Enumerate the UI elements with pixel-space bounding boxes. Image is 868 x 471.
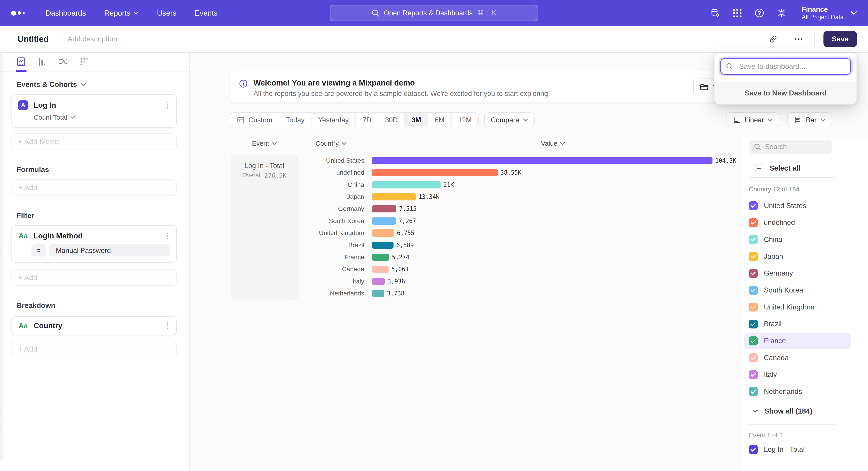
legend-country-canada[interactable]: Canada [744, 349, 850, 366]
breakdown-property-name[interactable]: Country [34, 321, 62, 330]
show-all-button[interactable]: Show all (184) [749, 403, 868, 419]
bar-row[interactable]: 13.34K [364, 191, 742, 203]
nav-item-events[interactable]: Events [195, 9, 217, 18]
bar-france[interactable] [372, 254, 389, 261]
legend-country-netherlands[interactable]: Netherlands [744, 383, 850, 400]
checkbox-checked[interactable] [749, 201, 758, 210]
legend-country-germany[interactable]: Germany [744, 265, 850, 282]
chart-type-button[interactable]: Bar [787, 112, 832, 127]
checkbox-checked[interactable] [749, 370, 758, 379]
nav-item-dashboards[interactable]: Dashboards [46, 9, 86, 18]
checkbox-checked[interactable] [749, 252, 758, 261]
filter-operator[interactable]: = [31, 244, 46, 257]
range-custom[interactable]: Custom [230, 113, 279, 127]
bar-canada[interactable] [372, 266, 389, 273]
bar-netherlands[interactable] [372, 290, 384, 297]
bar-row[interactable]: 5,061 [364, 263, 742, 275]
metric-card-log-in[interactable]: A Log In Count Total [11, 94, 177, 128]
checkbox-checked[interactable] [749, 269, 758, 278]
checkbox-checked[interactable] [749, 286, 758, 295]
checkbox-checked[interactable] [749, 303, 758, 312]
column-header-value[interactable]: Value [364, 137, 742, 154]
kebab-menu-icon[interactable] [166, 321, 169, 330]
metric-name[interactable]: Log In [34, 101, 56, 110]
range-6m[interactable]: 6M [428, 113, 452, 127]
bar-row[interactable]: 7,515 [364, 203, 742, 215]
bar-united-states[interactable] [372, 157, 712, 164]
bar-row[interactable]: 3,936 [364, 275, 742, 287]
add-metric-button[interactable]: + Add Metric [11, 133, 177, 150]
bar-south-korea[interactable] [372, 217, 396, 225]
report-title[interactable]: Untitled [18, 34, 49, 44]
bar-row[interactable]: 5,274 [364, 251, 742, 263]
checkbox-checked[interactable] [749, 320, 758, 328]
kebab-menu-icon[interactable] [166, 231, 169, 240]
more-options-icon[interactable] [792, 32, 805, 46]
breakdown-card-country[interactable]: Aa Country [11, 316, 177, 335]
bar-japan[interactable] [372, 193, 416, 200]
project-switcher[interactable]: Finance All Project Data [802, 5, 857, 21]
data-management-icon[interactable] [710, 8, 720, 18]
settings-gear-icon[interactable] [776, 8, 787, 18]
nav-item-reports[interactable]: Reports [104, 9, 138, 18]
compare-button[interactable]: Compare [484, 112, 535, 127]
legend-country-france[interactable]: France [744, 332, 850, 350]
tab-funnels[interactable] [37, 56, 48, 67]
range-today[interactable]: Today [279, 113, 311, 127]
save-button[interactable]: Save [824, 31, 857, 47]
bar-china[interactable] [372, 181, 441, 188]
bar-row[interactable]: 6,755 [364, 227, 742, 239]
bar-row[interactable]: 104.3K [364, 154, 742, 167]
filter-property-name[interactable]: Login Method [34, 232, 83, 240]
add-description[interactable]: + Add description... [62, 35, 123, 43]
filter-card-login-method[interactable]: Aa Login Method = Manual Password [11, 225, 177, 262]
apps-grid-icon[interactable] [732, 8, 743, 18]
tab-flows[interactable] [58, 56, 69, 67]
legend-country-united-kingdom[interactable]: United Kingdom [744, 299, 850, 316]
legend-country-south-korea[interactable]: South Korea [744, 282, 850, 299]
legend-country-undefined[interactable]: undefined [744, 214, 850, 231]
mixpanel-logo[interactable] [11, 11, 25, 16]
range-3m[interactable]: 3M [405, 113, 428, 127]
select-all-toggle[interactable]: Select all [749, 164, 868, 172]
scale-selector-button[interactable]: Linear [726, 112, 779, 127]
bar-united-kingdom[interactable] [372, 229, 394, 237]
legend-country-brazil[interactable]: Brazil [744, 316, 850, 332]
column-header-event[interactable]: Event [231, 137, 298, 154]
bar-row[interactable]: 3,738 [364, 287, 742, 299]
legend-country-italy[interactable]: Italy [744, 366, 850, 383]
kebab-menu-icon[interactable] [166, 101, 169, 110]
event-series-cell[interactable]: Log In - TotalOverall276.5K [231, 154, 298, 299]
checkbox-checked[interactable] [749, 353, 758, 362]
range-12m[interactable]: 12M [452, 113, 478, 127]
bar-row[interactable]: 38.55K [364, 167, 742, 179]
aggregation-selector[interactable]: Count Total [11, 110, 176, 127]
range-7d[interactable]: 7D [356, 113, 378, 127]
add-breakdown-button[interactable]: + Add [11, 341, 177, 357]
save-dashboard-search-input[interactable]: Save to dashboard... [720, 58, 851, 75]
legend-search-input[interactable]: Search [749, 140, 832, 154]
checkbox-checked[interactable] [749, 235, 758, 244]
legend-country-united-states[interactable]: United States [744, 197, 850, 214]
range-30d[interactable]: 30D [378, 113, 405, 127]
help-icon[interactable]: ? [754, 8, 765, 18]
bar-row[interactable]: 21K [364, 179, 742, 191]
add-formula-button[interactable]: + Add [11, 179, 177, 196]
column-header-country[interactable]: Country [298, 137, 364, 154]
bar-undefined[interactable] [372, 169, 498, 176]
tab-insights[interactable] [16, 56, 27, 67]
copy-link-icon[interactable] [767, 32, 780, 46]
legend-country-japan[interactable]: Japan [744, 248, 850, 265]
bar-germany[interactable] [372, 205, 397, 212]
bar-brazil[interactable] [372, 242, 394, 249]
checkbox-checked[interactable] [749, 445, 758, 454]
bar-row[interactable]: 7,267 [364, 215, 742, 227]
add-filter-button[interactable]: + Add [11, 269, 177, 286]
bar-italy[interactable] [372, 278, 385, 285]
checkbox-checked[interactable] [749, 336, 758, 345]
checkbox-checked[interactable] [749, 218, 758, 227]
indeterminate-checkbox[interactable] [755, 164, 763, 172]
filter-value[interactable]: Manual Password [49, 244, 169, 257]
checkbox-checked[interactable] [749, 387, 758, 396]
legend-country-china[interactable]: China [744, 231, 850, 248]
